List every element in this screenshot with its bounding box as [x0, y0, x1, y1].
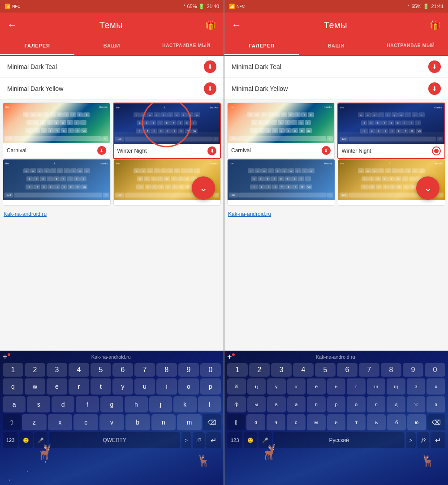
key-а-right[interactable]: а: [287, 396, 306, 412]
key-h-full-left[interactable]: h: [125, 396, 147, 412]
key-х-right[interactable]: х: [426, 378, 445, 395]
key-7-left[interactable]: 7: [134, 363, 155, 377]
key-8-right[interactable]: 8: [381, 363, 401, 377]
key-3-right[interactable]: 3: [271, 363, 292, 377]
large-download-btn-right[interactable]: ⌄: [416, 176, 439, 200]
key-ж-right[interactable]: ж: [407, 396, 426, 412]
carnival-download[interactable]: ⬇: [97, 146, 106, 155]
key-p-full-left[interactable]: p: [200, 378, 221, 395]
download-btn-minimal-dark-yellow-left[interactable]: ⬇: [204, 82, 216, 95]
key-ц-right[interactable]: ц: [247, 378, 266, 395]
kb-plus-icon-left[interactable]: +: [3, 352, 8, 362]
theme-row-minimal-dark-teal-right[interactable]: Minimal Dark Teal ⬇: [224, 56, 448, 78]
key-т-right[interactable]: т: [347, 414, 366, 430]
key-s-full-left[interactable]: s: [27, 396, 50, 412]
download-btn-minimal-dark-teal-left[interactable]: ⬇: [204, 60, 216, 73]
kb-arrow-right[interactable]: >: [406, 432, 416, 448]
kb-del-right[interactable]: ⌫: [427, 414, 445, 430]
key-з-right[interactable]: з: [407, 378, 426, 395]
key-a-full-left[interactable]: a: [3, 396, 26, 412]
key-m-full-left[interactable]: m: [177, 414, 202, 430]
key-g-full-left[interactable]: g: [100, 396, 123, 412]
key-ш-right[interactable]: ш: [367, 378, 386, 395]
theme-card-gold-left[interactable]: theIthanks qwertyuiop asdfghjkl ⇧zxcvbnm…: [113, 159, 221, 206]
key-1-left[interactable]: 1: [3, 363, 23, 377]
kb-punct-left[interactable]: ,!?: [193, 432, 205, 448]
key-р-right[interactable]: р: [327, 396, 346, 412]
kb-del-left[interactable]: ⌫: [203, 414, 221, 430]
tab-custom-right[interactable]: НАСТРАИВАЕ МЫЙ: [374, 38, 448, 55]
key-y-full-left[interactable]: y: [112, 378, 133, 395]
key-7-right[interactable]: 7: [359, 363, 379, 377]
key-ю-right[interactable]: ю: [407, 414, 426, 430]
tab-custom-left[interactable]: НАСТРАИВАЕ МЫЙ: [149, 38, 224, 55]
gift-icon-right[interactable]: 🎁: [430, 20, 441, 30]
key-9-left[interactable]: 9: [178, 363, 199, 377]
key-с-right[interactable]: с: [287, 414, 306, 430]
theme-card-winter-night-right[interactable]: theIthanks qwertyuiop asdfghjkl ⇧zxcvbnm…: [337, 103, 446, 159]
tab-gallery-right[interactable]: ГАЛЕРЕЯ: [224, 38, 299, 55]
key-v-full-left[interactable]: v: [99, 414, 124, 430]
theme-card-blue-left[interactable]: theIthanks qwertyuiop asdfghjkl ⇧zxcvbnm…: [3, 159, 111, 206]
theme-card-gold-right[interactable]: theIthanks qwertyuiop asdfghjkl ⇧zxcvbnm…: [338, 159, 446, 206]
key-1-right[interactable]: 1: [227, 363, 248, 377]
key-в-right[interactable]: в: [267, 396, 286, 412]
key-x-full-left[interactable]: x: [48, 414, 73, 430]
theme-card-winter-night-left[interactable]: theIthanks qwertyuiop asdfghjkl ⇧zxcvbnm…: [113, 103, 221, 159]
key-n-full-left[interactable]: n: [151, 414, 176, 430]
theme-row-minimal-dark-teal-left[interactable]: Minimal Dark Teal ⬇: [0, 56, 224, 78]
key-i-full-left[interactable]: i: [156, 378, 177, 395]
back-button-right[interactable]: ←: [232, 19, 241, 31]
key-2-right[interactable]: 2: [249, 363, 270, 377]
theme-card-blue-right[interactable]: theIthanks qwertyuiop asdfghjkl ⇧zxcvbnm…: [227, 159, 335, 206]
key-3-left[interactable]: 3: [47, 363, 67, 377]
key-6-left[interactable]: 6: [112, 363, 133, 377]
tab-gallery-left[interactable]: ГАЛЕРЕЯ: [0, 38, 74, 55]
key-6-right[interactable]: 6: [337, 363, 358, 377]
gift-icon-left[interactable]: 🎁: [205, 20, 216, 30]
kb-punct-right[interactable]: ,!?: [417, 432, 429, 448]
key-ы-right[interactable]: ы: [247, 396, 266, 412]
download-btn-teal-right[interactable]: ⬇: [428, 60, 441, 73]
kb-plus-icon-right[interactable]: +: [227, 352, 232, 362]
tab-yours-right[interactable]: ВАШИ: [299, 38, 373, 55]
key-п-right[interactable]: п: [307, 396, 326, 412]
key-w-full-left[interactable]: w: [25, 378, 45, 395]
key-м-right[interactable]: м: [307, 414, 326, 430]
download-btn-yellow-right[interactable]: ⬇: [428, 82, 441, 95]
key-б-right[interactable]: б: [387, 414, 406, 430]
key-b-full-left[interactable]: b: [125, 414, 150, 430]
theme-card-carnival-right[interactable]: theIthanks qwertyuiop asdfghjkl ⇧zxcvbnm…: [227, 103, 335, 159]
kb-arrow-left[interactable]: >: [181, 432, 191, 448]
key-д-right[interactable]: д: [387, 396, 405, 412]
key-c-full-left[interactable]: c: [73, 414, 98, 430]
key-o-full-left[interactable]: o: [178, 378, 199, 395]
winter-night-download[interactable]: ⬇: [207, 146, 216, 155]
key-о-right[interactable]: о: [347, 396, 366, 412]
key-5-right[interactable]: 5: [315, 363, 336, 377]
key-q-full-left[interactable]: q: [3, 378, 23, 395]
key-u-full-left[interactable]: u: [134, 378, 155, 395]
key-f-full-left[interactable]: f: [76, 396, 99, 412]
key-й-right[interactable]: й: [227, 378, 246, 395]
large-download-btn-left[interactable]: ⌄: [192, 176, 215, 200]
key-к-right[interactable]: к: [287, 378, 306, 395]
key-k-full-left[interactable]: k: [173, 396, 196, 412]
key-j-full-left[interactable]: j: [149, 396, 172, 412]
key-0-left[interactable]: 0: [200, 363, 221, 377]
key-ь-right[interactable]: ь: [367, 414, 386, 430]
key-у-right[interactable]: у: [267, 378, 286, 395]
theme-card-carnival-left[interactable]: theIthanks qwertyuiop asdfghjkl ⇧zxcvbnm…: [3, 103, 110, 159]
kb-shift-right[interactable]: ⇧: [227, 414, 245, 430]
theme-row-minimal-dark-yellow-right[interactable]: Minimal Dark Yellow ⬇: [224, 78, 448, 100]
key-4-right[interactable]: 4: [293, 363, 314, 377]
key-ч-right[interactable]: ч: [267, 414, 285, 430]
kb-emoji-right[interactable]: 🙂: [244, 432, 257, 448]
key-d-full-left[interactable]: d: [52, 396, 74, 412]
key-щ-right[interactable]: щ: [387, 378, 405, 395]
key-4-left[interactable]: 4: [69, 363, 89, 377]
kb-shift-left[interactable]: ⇧: [3, 414, 21, 430]
carnival-download-right[interactable]: ⬇: [322, 146, 331, 155]
kb-123-right[interactable]: 123: [227, 432, 242, 448]
key-и-right[interactable]: и: [327, 414, 346, 430]
